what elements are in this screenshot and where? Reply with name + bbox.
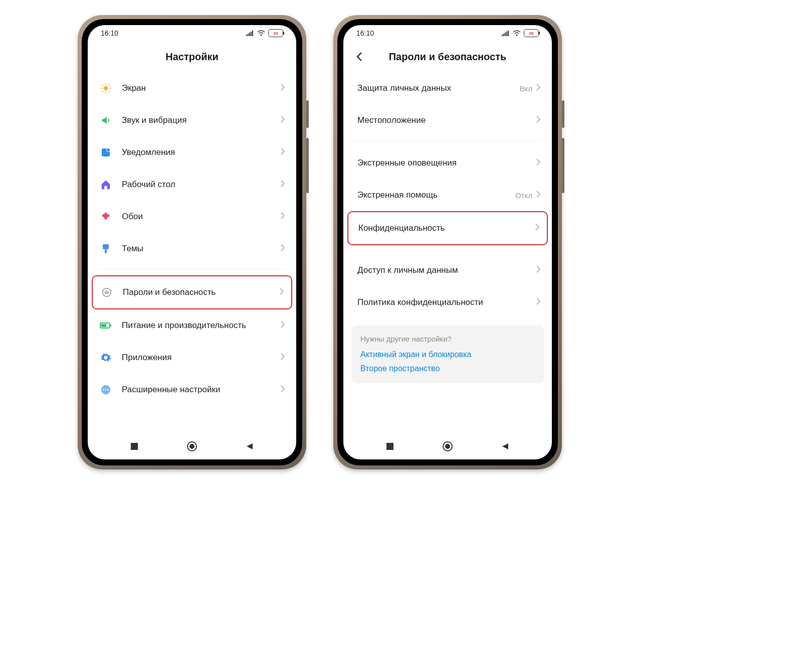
- row-label: Звук и вибрация: [122, 115, 281, 125]
- row-confidentiality[interactable]: Конфиденциальность: [347, 211, 548, 245]
- divider: [354, 140, 541, 141]
- settings-row-notifications[interactable]: Уведомления: [88, 136, 296, 169]
- speaker-icon: [99, 113, 113, 127]
- row-privacy-protection[interactable]: Защита личных данных Вкл: [343, 72, 552, 104]
- nav-home-button[interactable]: [437, 435, 459, 457]
- svg-rect-23: [110, 325, 111, 327]
- row-label: Рабочий стол: [122, 180, 281, 190]
- nav-back-button[interactable]: [494, 435, 516, 457]
- chevron-right-icon: [280, 288, 284, 297]
- wifi-icon: [257, 30, 265, 36]
- nav-back-button[interactable]: [239, 435, 261, 457]
- chevron-right-icon: [281, 84, 285, 93]
- svg-point-26: [105, 389, 107, 391]
- signal-icon: [246, 30, 254, 36]
- svg-rect-0: [246, 35, 247, 36]
- row-label: Политика конфиденциальности: [357, 297, 536, 307]
- svg-rect-1: [248, 34, 249, 36]
- svg-rect-28: [131, 443, 138, 450]
- nav-home-button[interactable]: [181, 435, 203, 457]
- row-label: Темы: [122, 244, 281, 254]
- chevron-right-icon: [536, 191, 541, 200]
- settings-row-battery[interactable]: Питание и производительность: [88, 309, 296, 342]
- svg-rect-33: [505, 33, 506, 36]
- row-label: Местоположение: [357, 115, 536, 125]
- svg-line-14: [109, 85, 110, 86]
- suggestion-link-second-space[interactable]: Второе пространство: [360, 364, 535, 373]
- chevron-right-icon: [281, 180, 285, 189]
- more-icon: [99, 383, 113, 397]
- signal-icon: [502, 30, 510, 36]
- nav-bar: [343, 433, 552, 459]
- settings-row-themes[interactable]: Темы: [88, 233, 296, 265]
- settings-row-security[interactable]: Пароли и безопасность: [92, 275, 292, 309]
- row-emergency-alerts[interactable]: Экстренные оповещения: [343, 147, 552, 179]
- row-personal-data-access[interactable]: Доступ к личным данным: [343, 254, 552, 286]
- svg-rect-18: [103, 244, 109, 249]
- svg-line-13: [102, 91, 103, 92]
- settings-row-display[interactable]: Экран: [88, 72, 296, 104]
- row-label: Обои: [122, 212, 281, 222]
- svg-line-12: [109, 91, 110, 92]
- row-value: Откл: [515, 191, 532, 200]
- gear-icon: [99, 351, 113, 365]
- nav-recent-button[interactable]: [379, 435, 401, 457]
- home-icon: [99, 178, 113, 192]
- svg-rect-37: [386, 443, 393, 450]
- row-label: Уведомления: [122, 147, 281, 157]
- row-label: Конфиденциальность: [358, 223, 535, 233]
- notification-icon: [99, 145, 113, 159]
- row-emergency-sos[interactable]: Экстренная помощь Откл: [343, 179, 552, 211]
- settings-row-wallpaper[interactable]: Обои: [88, 201, 296, 233]
- status-time: 16:10: [101, 29, 118, 37]
- settings-row-advanced[interactable]: Расширенные настройки: [88, 374, 296, 406]
- chevron-right-icon: [281, 244, 285, 253]
- phone-side-button: [306, 138, 309, 193]
- suggestion-link-lockscreen[interactable]: Активный экран и блокировка: [360, 350, 535, 359]
- row-value: Вкл: [520, 84, 533, 93]
- row-label: Приложения: [122, 353, 281, 363]
- chevron-right-icon: [535, 224, 540, 233]
- chevron-right-icon: [281, 321, 285, 330]
- chevron-right-icon: [536, 298, 541, 307]
- chevron-right-icon: [281, 148, 285, 157]
- fingerprint-icon: [100, 285, 114, 299]
- sun-icon: [99, 81, 113, 95]
- nav-recent-button[interactable]: [123, 435, 145, 457]
- flower-icon: [99, 210, 113, 224]
- suggestions-question: Нужны другие настройки?: [360, 335, 535, 343]
- settings-row-sound[interactable]: Звук и вибрация: [88, 104, 296, 136]
- chevron-right-icon: [281, 385, 285, 394]
- row-label: Экстренные оповещения: [357, 158, 536, 168]
- row-label: Экстренная помощь: [357, 190, 515, 200]
- phone-mockup-left: 16:10 20 Настройки Экран: [78, 15, 306, 469]
- row-label: Защита личных данных: [357, 83, 520, 93]
- row-label: Расширенные настройки: [122, 385, 281, 395]
- brush-icon: [99, 242, 113, 256]
- battery-icon: 20: [524, 29, 539, 37]
- chevron-right-icon: [536, 158, 541, 168]
- back-button[interactable]: [352, 50, 366, 64]
- page-header: Пароли и безопасность: [343, 41, 552, 72]
- chevron-right-icon: [281, 353, 285, 362]
- page-title: Пароли и безопасность: [389, 51, 507, 63]
- row-label: Пароли и безопасность: [123, 287, 280, 297]
- svg-point-39: [445, 444, 450, 449]
- nav-bar: [88, 433, 296, 459]
- row-privacy-policy[interactable]: Политика конфиденциальности: [343, 286, 552, 318]
- svg-point-25: [103, 389, 104, 391]
- settings-row-home[interactable]: Рабочий стол: [88, 169, 296, 201]
- spacer: [343, 245, 552, 254]
- settings-row-apps[interactable]: Приложения: [88, 342, 296, 374]
- row-location[interactable]: Местоположение: [343, 104, 552, 136]
- status-bar: 16:10 20: [343, 25, 552, 41]
- chevron-right-icon: [281, 116, 285, 125]
- chevron-right-icon: [536, 116, 541, 125]
- row-label: Экран: [122, 83, 281, 93]
- status-time: 16:10: [356, 29, 374, 37]
- svg-rect-4: [252, 31, 253, 36]
- svg-point-27: [107, 389, 109, 391]
- svg-point-36: [516, 35, 518, 36]
- battery-icon: [99, 318, 113, 333]
- security-list: Защита личных данных Вкл Местоположение …: [343, 72, 552, 433]
